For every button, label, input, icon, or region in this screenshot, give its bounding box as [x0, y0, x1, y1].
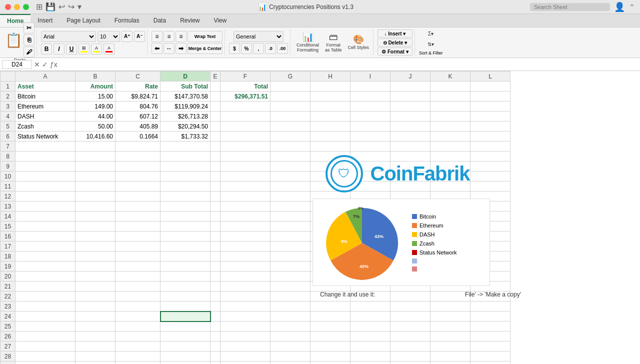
cell-i15[interactable] [350, 222, 390, 232]
cell-f1[interactable]: Total [220, 82, 270, 92]
cell-h22[interactable] [310, 292, 350, 302]
cell-g7[interactable] [270, 142, 310, 152]
cell-g21[interactable] [270, 282, 310, 292]
cell-b4[interactable]: 44.00 [76, 112, 116, 122]
cell-g29[interactable] [270, 362, 310, 364]
cell-e12[interactable] [210, 192, 220, 202]
cell-l20[interactable] [470, 272, 510, 282]
cell-c17[interactable] [116, 242, 160, 252]
col-header-g[interactable]: G [270, 72, 310, 82]
cell-k17[interactable] [430, 242, 470, 252]
cell-a3[interactable]: Ethereum [16, 102, 76, 112]
cell-h26[interactable] [310, 332, 350, 342]
cell-j13[interactable] [390, 202, 430, 212]
cell-k7[interactable] [430, 142, 470, 152]
cell-k1[interactable] [430, 82, 470, 92]
cell-a19[interactable] [16, 262, 76, 272]
col-header-f[interactable]: F [220, 72, 270, 82]
cell-d22[interactable] [160, 292, 210, 302]
decrease-decimal-button[interactable]: .0 [265, 43, 276, 54]
cell-g13[interactable] [270, 202, 310, 212]
cell-k24[interactable] [430, 312, 470, 322]
cell-h10[interactable] [310, 172, 350, 182]
cell-h1[interactable] [310, 82, 350, 92]
cell-j2[interactable] [390, 92, 430, 102]
cell-l21[interactable] [470, 282, 510, 292]
cell-f20[interactable] [220, 272, 270, 282]
cell-b2[interactable]: 15.00 [76, 92, 116, 102]
cell-b22[interactable] [76, 292, 116, 302]
cell-l23[interactable] [470, 302, 510, 312]
cell-i19[interactable] [350, 262, 390, 272]
cell-k12[interactable] [430, 192, 470, 202]
cell-j9[interactable] [390, 162, 430, 172]
cell-l28[interactable] [470, 352, 510, 362]
cell-a24[interactable] [16, 312, 76, 322]
cell-g9[interactable] [270, 162, 310, 172]
col-header-h[interactable]: H [310, 72, 350, 82]
cell-h12[interactable] [310, 192, 350, 202]
cell-a29[interactable] [16, 362, 76, 364]
cell-j21[interactable] [390, 282, 430, 292]
cell-e21[interactable] [210, 282, 220, 292]
cell-a2[interactable]: Bitcoin [16, 92, 76, 102]
cell-j17[interactable] [390, 242, 430, 252]
cell-l10[interactable] [470, 172, 510, 182]
cell-e17[interactable] [210, 242, 220, 252]
cell-e14[interactable] [210, 212, 220, 222]
cell-f12[interactable] [220, 192, 270, 202]
cell-a8[interactable] [16, 152, 76, 162]
cell-c24[interactable] [116, 312, 160, 322]
cell-h6[interactable] [310, 132, 350, 142]
cell-j1[interactable] [390, 82, 430, 92]
cell-l11[interactable] [470, 182, 510, 192]
cell-k8[interactable] [430, 152, 470, 162]
align-right-button[interactable]: ➡ [176, 43, 186, 54]
cell-d28[interactable] [160, 352, 210, 362]
cell-k2[interactable] [430, 92, 470, 102]
cell-k28[interactable] [430, 352, 470, 362]
cell-j19[interactable] [390, 262, 430, 272]
cell-g18[interactable] [270, 252, 310, 262]
cell-l4[interactable] [470, 112, 510, 122]
cell-d17[interactable] [160, 242, 210, 252]
cell-g3[interactable] [270, 102, 310, 112]
cell-g24[interactable] [270, 312, 310, 322]
cell-l8[interactable] [470, 152, 510, 162]
cell-b20[interactable] [76, 272, 116, 282]
cell-c7[interactable] [116, 142, 160, 152]
cell-e9[interactable] [210, 162, 220, 172]
cell-h17[interactable] [310, 242, 350, 252]
cell-h8[interactable] [310, 152, 350, 162]
cell-h14[interactable] [310, 212, 350, 222]
cell-e20[interactable] [210, 272, 220, 282]
cell-e27[interactable] [210, 342, 220, 352]
increase-font-button[interactable]: A⁺ [122, 31, 132, 42]
cell-c8[interactable] [116, 152, 160, 162]
cell-d29[interactable] [160, 362, 210, 364]
cell-b26[interactable] [76, 332, 116, 342]
maximize-button[interactable] [23, 4, 29, 10]
cell-l1[interactable] [470, 82, 510, 92]
cell-h4[interactable] [310, 112, 350, 122]
bold-button[interactable]: B [41, 44, 52, 54]
cell-h28[interactable] [310, 352, 350, 362]
cell-j7[interactable] [390, 142, 430, 152]
cell-l13[interactable] [470, 202, 510, 212]
cell-e2[interactable] [210, 92, 220, 102]
cell-l22[interactable] [470, 292, 510, 302]
cell-c22[interactable] [116, 292, 160, 302]
cell-i26[interactable] [350, 332, 390, 342]
cell-a23[interactable] [16, 302, 76, 312]
comma-button[interactable]: , [253, 43, 264, 54]
cell-i8[interactable] [350, 152, 390, 162]
align-left-button[interactable]: ⬅ [152, 43, 162, 54]
cell-e11[interactable] [210, 182, 220, 192]
cell-d21[interactable] [160, 282, 210, 292]
cell-g25[interactable] [270, 322, 310, 332]
cell-h15[interactable] [310, 222, 350, 232]
align-top-center-button[interactable]: ≡ [164, 31, 174, 42]
profile-icon[interactable]: 👤 [614, 2, 625, 12]
cell-g6[interactable] [270, 132, 310, 142]
cell-b17[interactable] [76, 242, 116, 252]
